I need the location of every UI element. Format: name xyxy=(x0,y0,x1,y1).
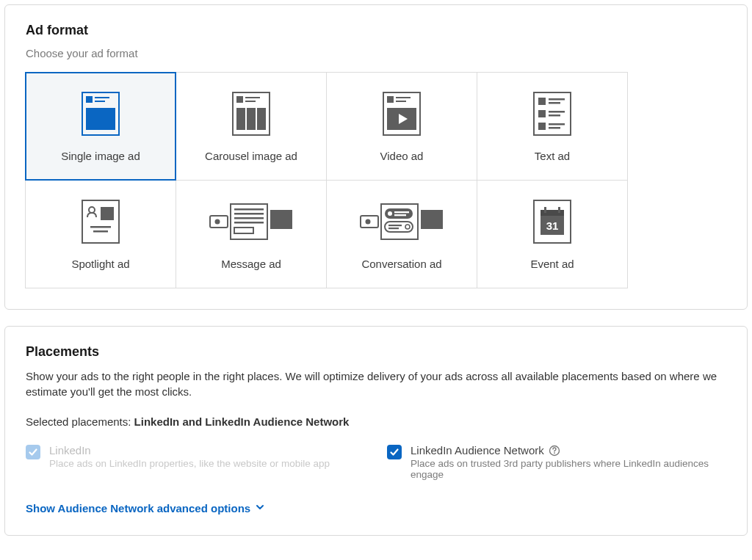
audience-network-checkbox[interactable] xyxy=(387,445,402,459)
svg-rect-37 xyxy=(234,213,264,215)
ad-format-subtitle: Choose your ad format xyxy=(26,47,726,59)
ad-format-tile-conversation[interactable]: Conversation ad xyxy=(326,180,477,288)
tile-label: Text ad xyxy=(535,150,570,162)
spotlight-ad-icon xyxy=(82,199,120,244)
single-image-ad-icon xyxy=(82,91,120,137)
svg-rect-31 xyxy=(90,226,111,228)
ad-format-title: Ad format xyxy=(26,23,726,38)
svg-rect-13 xyxy=(387,96,394,103)
svg-rect-3 xyxy=(95,101,105,102)
svg-rect-39 xyxy=(234,222,264,224)
svg-rect-8 xyxy=(245,101,256,102)
svg-rect-36 xyxy=(234,208,264,211)
svg-rect-53 xyxy=(421,210,443,229)
svg-rect-48 xyxy=(394,214,406,216)
text-ad-icon xyxy=(533,91,571,137)
message-ad-icon xyxy=(207,199,295,244)
help-icon[interactable] xyxy=(549,445,560,457)
svg-rect-22 xyxy=(538,110,546,117)
tile-label: Spotlight ad xyxy=(71,258,129,270)
svg-rect-49 xyxy=(385,222,413,232)
tile-label: Event ad xyxy=(530,258,574,270)
svg-text:31: 31 xyxy=(546,219,559,232)
placement-item-linkedin: LinkedIn Place ads on LinkedIn propertie… xyxy=(26,444,365,480)
conversation-ad-icon xyxy=(358,199,446,244)
placement-name: LinkedIn Audience Network xyxy=(411,444,560,457)
svg-rect-11 xyxy=(257,108,266,130)
svg-rect-24 xyxy=(549,114,560,117)
placement-desc: Place ads on LinkedIn properties, like t… xyxy=(49,458,330,469)
ad-format-tile-carousel[interactable]: Carousel image ad xyxy=(176,72,327,181)
svg-point-61 xyxy=(554,452,555,454)
ad-format-tile-video[interactable]: Video ad xyxy=(326,72,477,181)
svg-point-43 xyxy=(366,219,371,224)
svg-rect-9 xyxy=(236,108,245,130)
tile-label: Carousel image ad xyxy=(205,150,297,162)
svg-rect-7 xyxy=(245,97,260,98)
ad-format-tile-spotlight[interactable]: Spotlight ad xyxy=(25,180,176,288)
linkedin-checkbox xyxy=(26,445,40,459)
svg-rect-38 xyxy=(234,217,264,219)
placements-options-row: LinkedIn Place ads on LinkedIn propertie… xyxy=(26,444,726,480)
tile-label: Conversation ad xyxy=(361,258,441,270)
chevron-down-icon xyxy=(255,502,265,514)
svg-rect-52 xyxy=(388,228,399,229)
svg-rect-2 xyxy=(95,97,109,98)
svg-rect-40 xyxy=(234,228,253,233)
svg-rect-1 xyxy=(86,96,93,103)
svg-rect-21 xyxy=(549,102,560,104)
carousel-ad-icon xyxy=(232,91,270,137)
ad-format-card: Ad format Choose your ad format Single i… xyxy=(4,4,748,310)
placements-title: Placements xyxy=(26,344,726,360)
video-ad-icon xyxy=(383,91,421,137)
svg-rect-23 xyxy=(549,111,565,113)
placement-item-audience-network: LinkedIn Audience Network Place ads on t… xyxy=(387,444,726,480)
placement-desc: Place ads on trusted 3rd party publisher… xyxy=(411,458,726,480)
svg-point-46 xyxy=(388,211,392,216)
svg-rect-20 xyxy=(549,98,565,101)
placements-description: Show your ads to the right people in the… xyxy=(26,368,726,399)
ad-format-grid: Single image ad Carousel image ad xyxy=(26,73,628,288)
ad-format-tile-event[interactable]: 31 Event ad xyxy=(477,180,628,288)
svg-rect-57 xyxy=(544,207,546,213)
svg-rect-30 xyxy=(101,207,114,220)
selected-placements-label: Selected placements: xyxy=(26,415,134,428)
svg-rect-19 xyxy=(538,98,546,105)
selected-placements-line: Selected placements: LinkedIn and Linked… xyxy=(26,415,726,428)
svg-rect-41 xyxy=(270,210,292,229)
svg-rect-27 xyxy=(549,127,560,129)
svg-point-34 xyxy=(215,219,220,224)
svg-rect-10 xyxy=(247,108,256,130)
placements-card: Placements Show your ads to the right pe… xyxy=(4,326,748,536)
svg-rect-51 xyxy=(388,225,402,226)
svg-rect-32 xyxy=(93,230,108,233)
placement-name: LinkedIn xyxy=(49,444,91,457)
svg-rect-56 xyxy=(540,210,564,216)
svg-rect-28 xyxy=(82,200,119,243)
advanced-options-toggle[interactable]: Show Audience Network advanced options xyxy=(26,502,265,514)
svg-rect-6 xyxy=(236,96,243,103)
event-ad-icon: 31 xyxy=(533,199,571,244)
tile-label: Single image ad xyxy=(61,150,140,162)
svg-rect-4 xyxy=(86,108,115,130)
svg-rect-14 xyxy=(396,97,411,98)
svg-rect-25 xyxy=(538,123,546,130)
tile-label: Video ad xyxy=(380,150,424,162)
ad-format-tile-text[interactable]: Text ad xyxy=(477,72,628,181)
ad-format-tile-single-image[interactable]: Single image ad xyxy=(25,72,176,181)
svg-rect-26 xyxy=(549,123,565,126)
svg-point-50 xyxy=(405,225,410,229)
tile-label: Message ad xyxy=(221,258,281,270)
svg-rect-47 xyxy=(394,211,409,213)
ad-format-tile-message[interactable]: Message ad xyxy=(176,180,327,288)
svg-rect-58 xyxy=(558,207,560,213)
svg-point-29 xyxy=(89,207,95,213)
selected-placements-value: LinkedIn and LinkedIn Audience Network xyxy=(134,415,350,428)
svg-rect-15 xyxy=(396,101,406,102)
